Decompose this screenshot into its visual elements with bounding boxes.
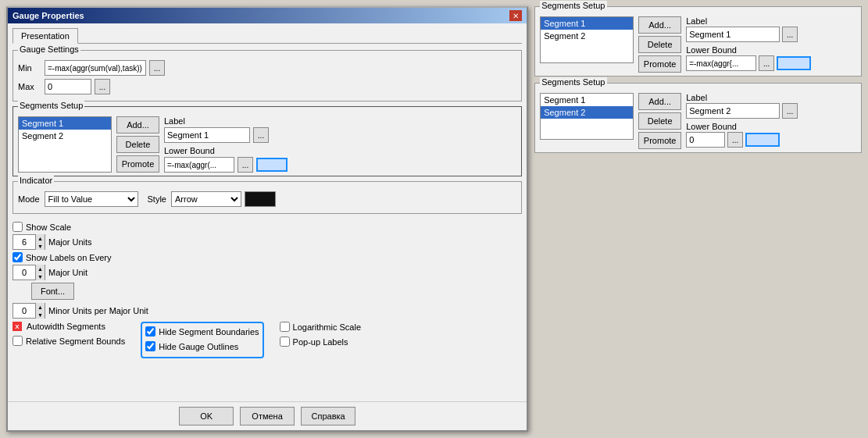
segment2-item[interactable]: Segment 2 — [19, 130, 111, 142]
popup-labels-row: Pop-up Labels — [280, 337, 361, 347]
right-sec1-delete-button[interactable]: Delete — [638, 36, 681, 53]
minor-units-spinner[interactable]: ▲ ▼ — [13, 303, 45, 319]
ok-button[interactable]: OK — [179, 407, 234, 426]
hide-outlines-checkbox[interactable] — [145, 341, 155, 351]
right-sec2-promote-button[interactable]: Promote — [638, 132, 681, 149]
right-sec2-add-button[interactable]: Add... — [638, 93, 681, 110]
min-label: Min — [18, 63, 41, 73]
gauge-properties-dialog: Gauge Properties ✕ Presentation Gauge Se… — [6, 6, 528, 432]
right-sec1-label-dots[interactable]: ... — [782, 27, 798, 42]
add-segment-button[interactable]: Add... — [116, 116, 159, 134]
major-units-down[interactable]: ▼ — [35, 242, 45, 250]
min-formula-input[interactable] — [45, 60, 146, 76]
right-sec2-lower-input[interactable] — [686, 132, 725, 148]
relative-checkbox[interactable] — [13, 336, 23, 346]
max-dots-button[interactable]: ... — [95, 79, 110, 94]
min-row: Min ... — [18, 60, 516, 76]
popup-labels-checkbox[interactable] — [280, 337, 290, 347]
delete-segment-button[interactable]: Delete — [116, 136, 159, 153]
lower-bound-row: Lower Bound ... — [164, 146, 288, 173]
checks-area: Show Scale ▲ ▼ Major Units Show Labels o… — [13, 222, 522, 358]
major-units-row: ▲ ▼ Major Units — [13, 234, 522, 250]
color-swatch[interactable] — [245, 191, 276, 207]
font-button[interactable]: Font... — [31, 283, 74, 300]
minor-units-label: Minor Units per Major Unit — [48, 306, 148, 315]
major-unit-value[interactable] — [13, 268, 35, 277]
label-section: Label ... Lower Bound ... — [164, 116, 288, 173]
lower-bound-dots-button[interactable]: ... — [238, 157, 253, 173]
hide-outlines-label: Hide Gauge Outlines — [159, 342, 238, 351]
major-units-spinner[interactable]: ▲ ▼ — [13, 234, 45, 250]
major-units-value[interactable] — [13, 237, 35, 247]
seg-label-dots-button[interactable]: ... — [253, 127, 269, 143]
right-seg2-item2[interactable]: Segment 2 — [541, 106, 633, 119]
hide-boundaries-checkbox[interactable] — [145, 326, 155, 337]
right-sec2-fields: Label ... Lower Bound ... — [686, 93, 856, 148]
segments-list: Segment 1 Segment 2 — [18, 116, 112, 173]
seg-label-label: Label — [164, 116, 288, 126]
right-section-1: Segments Setup Segment 1 Segment 2 Add..… — [534, 6, 862, 77]
mode-label: Mode — [18, 194, 40, 204]
mode-select[interactable]: Fill to Value — [45, 191, 138, 207]
right-seg2-list: Segment 1 Segment 2 — [540, 93, 634, 140]
right-sec1-promote-button[interactable]: Promote — [638, 55, 681, 73]
close-button[interactable]: ✕ — [509, 10, 522, 21]
tab-bar: Presentation — [13, 28, 522, 44]
lower-bound-input[interactable] — [164, 157, 234, 173]
right-sec1-buttons: Add... Delete Promote — [638, 16, 681, 73]
dialog-titlebar: Gauge Properties ✕ — [8, 8, 527, 23]
right-section2-layout: Segment 1 Segment 2 Add... Delete Promot… — [540, 93, 856, 149]
segments-setup-label: Segments Setup — [18, 101, 84, 110]
right-sec1-lower-input[interactable] — [686, 55, 756, 71]
right-seg2-item1[interactable]: Segment 1 — [541, 94, 633, 106]
right-sec1-label-row: ... — [686, 27, 856, 42]
right-seg1-item2[interactable]: Segment 2 — [541, 30, 633, 42]
right-sec2-buttons: Add... Delete Promote — [638, 93, 681, 149]
hide-boundaries-label: Hide Segment Boundaries — [159, 327, 259, 337]
right-sec1-lower-dots[interactable]: ... — [759, 55, 774, 71]
right-seg1-item1[interactable]: Segment 1 — [541, 17, 633, 30]
show-scale-checkbox[interactable] — [13, 222, 23, 232]
max-row: Max ... — [18, 79, 516, 94]
max-value-input[interactable] — [45, 79, 91, 94]
major-unit-up[interactable]: ▲ — [35, 265, 45, 272]
max-label: Max — [18, 82, 41, 91]
right-sec2-delete-button[interactable]: Delete — [638, 112, 681, 130]
segment1-item[interactable]: Segment 1 — [19, 117, 111, 130]
gauge-settings-label: Gauge Settings — [18, 45, 80, 54]
help-button[interactable]: Справка — [301, 407, 355, 426]
minor-units-down[interactable]: ▼ — [35, 311, 45, 319]
right-sec2-label-input[interactable] — [686, 103, 780, 119]
right-sec1-add-button[interactable]: Add... — [638, 16, 681, 34]
major-units-label: Major Units — [48, 237, 92, 247]
right-sec1-label-label: Label — [686, 16, 856, 26]
major-unit-spinner[interactable]: ▲ ▼ — [13, 265, 45, 280]
right-sec1-label-input[interactable] — [686, 27, 780, 42]
seg-label-input[interactable] — [164, 127, 250, 143]
log-scale-checkbox[interactable] — [280, 322, 290, 332]
show-scale-label: Show Scale — [26, 223, 71, 232]
right-sec2-label-dots[interactable]: ... — [782, 103, 798, 119]
relative-label: Relative Segment Bounds — [26, 337, 125, 346]
right-sec2-lower-dots[interactable]: ... — [727, 132, 743, 148]
promote-segment-button[interactable]: Promote — [116, 155, 159, 173]
log-scale-row: Logarithmic Scale — [280, 322, 361, 332]
cancel-button[interactable]: Отмена — [240, 407, 295, 426]
right-sec1-label-field: Label ... — [686, 16, 856, 42]
right-section1-label: Segments Setup — [540, 1, 606, 10]
minor-units-up[interactable]: ▲ — [35, 303, 45, 311]
autowidth-label: Autowidth Segments — [27, 322, 105, 331]
major-unit-down[interactable]: ▼ — [35, 272, 45, 280]
right-sec1-fields: Label ... Lower Bound ... — [686, 16, 856, 71]
right-sec1-color-swatch — [777, 56, 811, 70]
major-units-up[interactable]: ▲ — [35, 234, 45, 242]
dialog-title: Gauge Properties — [13, 11, 84, 20]
relative-row: Relative Segment Bounds — [13, 336, 125, 346]
tab-presentation[interactable]: Presentation — [13, 28, 78, 44]
style-select[interactable]: Arrow — [171, 191, 241, 207]
major-unit-label: Major Unit — [48, 268, 88, 277]
dialog-footer: OK Отмена Справка — [8, 401, 527, 430]
minor-units-value[interactable] — [13, 306, 35, 315]
show-labels-checkbox[interactable] — [13, 252, 23, 262]
min-dots-button[interactable]: ... — [149, 60, 165, 76]
